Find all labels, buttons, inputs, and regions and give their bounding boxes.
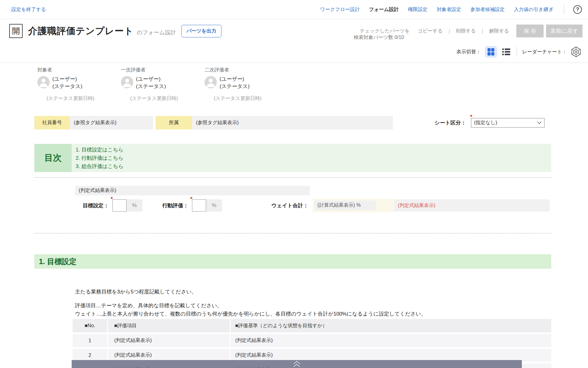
double-chevron-up-icon (293, 361, 301, 367)
nav-permission-settings[interactable]: 権限設定 (408, 6, 428, 13)
employee-number-label: 社員番号 (34, 116, 70, 129)
row-number: 2 (73, 353, 107, 358)
template-brand: 開 介護職評価テンプレート のフォーム設計 パーツを出力 (9, 24, 221, 38)
exit-settings-link[interactable]: 設定を終了する (11, 6, 46, 13)
status-updated-label: (ステータス更新日時) (47, 95, 121, 102)
goal-percent-unit: % (126, 199, 142, 212)
section1-heading: 1. 目標設定 (34, 254, 551, 269)
grid-view-icon[interactable] (485, 46, 497, 58)
behavior-percent-unit: % (206, 199, 222, 212)
nav-target-settings[interactable]: 対象者設定 (437, 6, 461, 13)
table-of-contents: 目次 1. 目標設定はこちら 2. 行動評価はこちら 3. 総合評価はこちら (34, 144, 551, 172)
export-parts-button[interactable]: パーツを出力 (181, 25, 221, 37)
department-value: (参照タグ結果表示) (192, 116, 393, 129)
sheet-type-label: シート区分： (435, 119, 466, 126)
judgement-result-alert: (判定式結果表示) (394, 199, 550, 212)
deselect-parts-link[interactable]: 解除する (489, 28, 509, 34)
participant-first-evaluator: 一次評価者 (ユーザー) (ステータス) (ステータス更新日時) (121, 67, 205, 102)
column-header-criteria: ■評価基準（どのような状態を目指すか） (230, 319, 551, 332)
required-asterisk: * (470, 113, 472, 120)
weights-row: 目標設定： * % 行動評価： * % ウェイト合計： (計算式結果表示) % … (0, 199, 588, 212)
required-asterisk: * (111, 196, 113, 202)
participant-user: (ユーザー) (52, 75, 82, 83)
list-view-icon[interactable] (501, 47, 511, 57)
weight-total-group: ウェイト合計： (計算式結果表示) % (271, 199, 394, 212)
nav-form-design[interactable]: フォーム設計 (369, 6, 399, 13)
goal-weight-group: 目標設定： * % (83, 199, 142, 212)
profile-fields-row: 社員番号 (参照タグ結果表示) 所属 (参照タグ結果表示) (34, 116, 393, 129)
search-target-parts-count: 検索対象パーツ数 0/10 (354, 34, 404, 41)
goal-weight-input[interactable] (112, 199, 126, 212)
action-separator: ｜ (480, 28, 485, 34)
instruction-line: ウェイト…上長と本人が擦り合わせて、複数の目標のうち何が優先かを明らかにし、各目… (75, 310, 426, 318)
calc-result-value: (計算式結果表示) % (315, 201, 376, 210)
toc-link-goal-setting[interactable]: 1. 目標設定はこちら (76, 146, 551, 153)
sheet-type-select[interactable]: * (指定なし) (471, 118, 545, 128)
avatar (37, 76, 50, 90)
radar-chart-icon[interactable] (571, 46, 581, 57)
department-label: 所属 (156, 116, 192, 129)
status-updated-label: (ステータス更新日時) (130, 95, 205, 102)
radar-chart-label: レーダーチャート： (522, 49, 567, 55)
nav-workflow-design[interactable]: ワークフロー設計 (320, 6, 360, 13)
sheet-type-field: シート区分： * (指定なし) (435, 118, 545, 128)
view-controls: 表示切替： レーダーチャー (456, 46, 581, 58)
participant-status: (ステータス) (136, 83, 166, 90)
nav-input-value-carryover[interactable]: 入力値の引き継ぎ (514, 6, 553, 13)
weight-total-label: ウェイト合計： (271, 202, 308, 209)
required-asterisk: * (190, 196, 192, 202)
checked-parts-label: チェックしたパーツを (360, 28, 409, 34)
judgement-result-bar: (判定式結果表示) (75, 186, 310, 195)
sheet-type-selected-value: (指定なし) (474, 120, 497, 126)
row-criteria-cell: (判定式結果表示) (230, 334, 551, 347)
table-row: 1 (判定式結果表示) (判定式結果表示) (73, 334, 551, 347)
column-header-no: ■No. (73, 323, 107, 328)
participant-second-evaluator: 二次評価者 (ユーザー) (ステータス) (ステータス更新日時) (205, 67, 288, 102)
instruction-line: 評価項目…テーマを定め、具体的な目標を記載してください。 (75, 301, 426, 310)
page-title: 介護職評価テンプレート (28, 25, 134, 37)
help-icon[interactable]: ? (573, 5, 582, 14)
form-design-page: 設定を終了する ワークフロー設計 フォーム設計 権限設定 対象者設定 参加者候補… (0, 0, 588, 368)
avatar (205, 76, 217, 90)
instruction-line: 主たる業務目標を3から5つ程度記載してください。 (75, 288, 426, 296)
dashed-divider (34, 177, 551, 178)
behavior-weight-input[interactable] (192, 199, 206, 212)
employee-number-value: (参照タグ結果表示) (70, 116, 153, 129)
participant-role: 対象者 (37, 67, 121, 73)
toc-title: 目次 (34, 144, 72, 172)
view-controls-divider (517, 47, 517, 57)
dashed-divider (34, 233, 551, 233)
participant-role: 二次評価者 (205, 67, 288, 73)
toc-link-overall-evaluation[interactable]: 3. 総合評価はこちら (76, 163, 551, 170)
goal-setting-label: 目標設定： (83, 202, 109, 209)
participants-row: 対象者 (ユーザー) (ステータス) (ステータス更新日時) 一次評価者 (ユー… (37, 67, 288, 102)
avatar (121, 76, 133, 90)
status-updated-label: (ステータス更新日時) (214, 95, 288, 102)
copy-parts-link[interactable]: コピーする (418, 28, 443, 34)
scroll-to-top-bar[interactable] (72, 360, 522, 368)
chevron-down-icon (537, 121, 541, 124)
participant-user: (ユーザー) (220, 75, 250, 83)
behavior-weight-group: 行動評価： * % (162, 199, 222, 212)
participant-target: 対象者 (ユーザー) (ステータス) (ステータス更新日時) (37, 67, 121, 102)
section1-instructions: 主たる業務目標を3から5つ程度記載してください。 評価項目…テーマを定め、具体的… (75, 288, 426, 318)
delete-parts-link[interactable]: 削除する (456, 28, 476, 34)
nav-divider (564, 5, 564, 14)
page-subtitle: のフォーム設計 (137, 29, 176, 36)
top-bar: 設定を終了する ワークフロー設計 フォーム設計 権限設定 対象者設定 参加者候補… (0, 0, 588, 19)
participant-role: 一次評価者 (121, 67, 205, 73)
participant-status: (ステータス) (220, 83, 250, 90)
nav-participant-candidate-settings[interactable]: 参加者候補設定 (470, 6, 505, 13)
column-header-item: ■評価項目 (107, 319, 230, 332)
action-separator: ｜ (447, 28, 452, 34)
behavior-evaluation-label: 行動評価： (162, 202, 188, 209)
view-toggle-label: 表示切替： (456, 49, 481, 55)
table-header-row: ■No. ■評価項目 ■評価基準（どのような状態を目指すか） (73, 319, 551, 332)
participant-user: (ユーザー) (136, 75, 166, 83)
open-badge-icon: 開 (9, 24, 23, 38)
toc-link-behavior-evaluation[interactable]: 2. 行動評価はこちら (76, 155, 551, 162)
weight-total-box: (計算式結果表示) % (313, 199, 394, 212)
save-button[interactable]: 保 存 (516, 25, 544, 37)
row-number: 1 (73, 338, 107, 343)
undo-button[interactable]: 直前に戻す (546, 25, 582, 37)
